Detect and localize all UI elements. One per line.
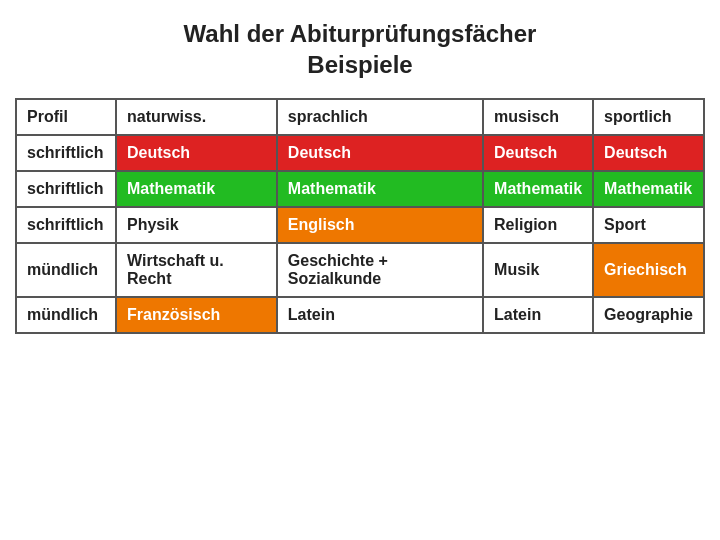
table-cell: Griechisch [593,243,704,297]
row-label: mündlich [16,297,116,333]
abitur-table: Profil naturwiss. sprachlich musisch spo… [15,98,705,334]
table-row: schriftlichPhysikEnglischReligionSport [16,207,704,243]
table-cell: Religion [483,207,593,243]
table-row: mündlichFranzösischLateinLateinGeographi… [16,297,704,333]
table-cell: Englisch [277,207,483,243]
table-cell: Deutsch [483,135,593,171]
row-label: schriftlich [16,207,116,243]
table-cell: Geschichte + Sozialkunde [277,243,483,297]
table-cell: Deutsch [116,135,277,171]
table-cell: Mathematik [483,171,593,207]
table-row: schriftlichDeutschDeutschDeutschDeutsch [16,135,704,171]
table-cell: Mathematik [593,171,704,207]
header-sportlich: sportlich [593,99,704,135]
table-cell: Französisch [116,297,277,333]
table-row: mündlichWirtschaft u. RechtGeschichte + … [16,243,704,297]
header-profil: Profil [16,99,116,135]
table-cell: Physik [116,207,277,243]
row-label: schriftlich [16,135,116,171]
row-label: schriftlich [16,171,116,207]
table-cell: Latein [277,297,483,333]
table-cell: Wirtschaft u. Recht [116,243,277,297]
header-musisch: musisch [483,99,593,135]
row-label: mündlich [16,243,116,297]
table-cell: Latein [483,297,593,333]
table-cell: Mathematik [116,171,277,207]
table-cell: Mathematik [277,171,483,207]
table-cell: Sport [593,207,704,243]
page-title: Wahl der Abiturprüfungsfächer Beispiele [184,18,537,80]
table-row: schriftlichMathematikMathematikMathemati… [16,171,704,207]
table-cell: Deutsch [277,135,483,171]
table-cell: Geographie [593,297,704,333]
table-cell: Musik [483,243,593,297]
table-header-row: Profil naturwiss. sprachlich musisch spo… [16,99,704,135]
header-sprachlich: sprachlich [277,99,483,135]
header-naturwiss: naturwiss. [116,99,277,135]
table-cell: Deutsch [593,135,704,171]
